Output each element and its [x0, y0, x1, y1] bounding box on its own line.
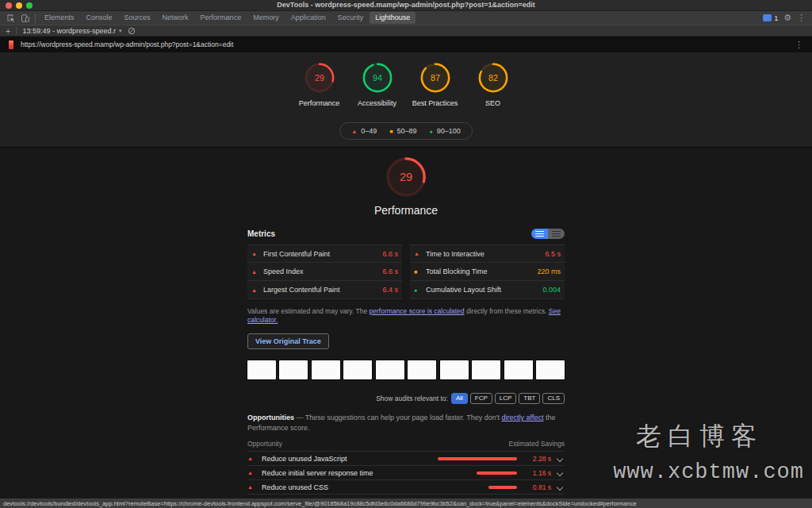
svg-text:94: 94 — [373, 73, 382, 83]
fail-marker-icon: ▲ — [247, 456, 258, 461]
category-gauge-seo[interactable]: 82SEO — [470, 62, 516, 109]
tab-elements[interactable]: Elements — [39, 12, 80, 24]
metric-value: 6.6 s — [382, 250, 398, 258]
fail-marker-icon: ▲ — [251, 287, 263, 293]
opportunity-name: Reduce initial server response time — [262, 469, 427, 477]
tab-application[interactable]: Application — [285, 12, 331, 24]
audit-filter-pill-cls[interactable]: CLS — [542, 393, 565, 404]
settings-gear-icon[interactable]: ⚙ — [783, 13, 791, 22]
savings-bar-track — [431, 486, 517, 489]
tab-lighthouse[interactable]: Lighthouse — [370, 12, 416, 24]
tab-console[interactable]: Console — [81, 12, 118, 24]
fail-marker-icon: ▲ — [351, 129, 357, 134]
metrics-grid: ▲First Contentful Paint6.6 s▲Speed Index… — [247, 244, 565, 299]
metrics-label: Metrics — [247, 229, 275, 238]
toolbar-divider — [35, 13, 36, 23]
fail-marker-icon: ▲ — [414, 251, 426, 256]
audited-page-url: https://wordpress-speed.mamp/wp-admin/po… — [21, 40, 233, 48]
tab-list: ElementsConsoleSourcesNetworkPerformance… — [39, 12, 416, 24]
opportunities-title: Opportunities — [247, 414, 294, 421]
estimated-savings-value: 2.28 s — [521, 455, 551, 463]
score-calc-link[interactable]: performance score is calculated — [370, 307, 465, 315]
category-gauge-accessibility[interactable]: 94Accessibility — [354, 62, 400, 109]
audit-filter-pill-all[interactable]: All — [451, 393, 468, 404]
device-toolbar-icon[interactable] — [18, 12, 32, 24]
inspect-element-icon[interactable] — [4, 12, 17, 24]
console-message-icon — [763, 14, 772, 21]
audit-filter-pill-tbt[interactable]: TBT — [519, 393, 540, 404]
filmstrip-thumb — [279, 360, 308, 379]
metric-name: Total Blocking Time — [426, 267, 537, 275]
disclaimer-text: Values are estimated and may vary. The — [247, 307, 370, 315]
performance-report-section: 29 Performance Metrics ▲First Contentful… — [0, 149, 812, 498]
category-label: Performance — [297, 99, 343, 109]
messages-badge[interactable]: 1 — [763, 14, 778, 22]
metric-row: ▲First Contentful Paint6.6 s — [247, 244, 402, 263]
chevron-down-icon: ▾ — [119, 28, 122, 34]
legend-range: 90–100 — [437, 127, 461, 135]
opportunity-row[interactable]: ▲Reduce unused JavaScript2.28 s — [247, 452, 565, 466]
more-options-icon[interactable]: ⋮ — [797, 13, 806, 22]
expand-chevron-icon[interactable] — [555, 470, 565, 476]
lighthouse-favicon-icon — [9, 40, 13, 49]
opportunity-name: Reduce unused JavaScript — [262, 455, 427, 463]
filmstrip-thumb — [312, 360, 340, 379]
opportunity-row[interactable]: ▲Reduce initial server response time1.16… — [247, 466, 565, 480]
category-gauge-performance[interactable]: 29Performance — [297, 62, 343, 109]
audit-filter-pill-fcp[interactable]: FCP — [470, 393, 492, 404]
filmstrip-thumb — [536, 360, 565, 379]
filmstrip-thumb — [440, 360, 469, 379]
tab-sources[interactable]: Sources — [119, 12, 156, 24]
expand-chevron-icon[interactable] — [555, 456, 565, 462]
svg-text:29: 29 — [315, 73, 324, 83]
audit-filter-pill-lcp[interactable]: LCP — [495, 393, 517, 404]
estimated-savings-column-header: Estimated Savings — [509, 440, 565, 448]
metric-name: Time to Interactive — [426, 250, 545, 258]
performance-gauge[interactable]: 29 — [247, 149, 565, 202]
metric-row: ■Total Blocking Time220 ms — [410, 263, 565, 281]
close-window-button[interactable] — [6, 2, 12, 9]
tab-security[interactable]: Security — [332, 12, 370, 24]
savings-bar-track — [431, 471, 517, 475]
tab-performance[interactable]: Performance — [195, 12, 247, 24]
window-title: DevTools - wordpress-speed.mamp/wp-admin… — [0, 0, 812, 10]
legend-item: ●90–100 — [429, 127, 460, 135]
minimize-window-button[interactable] — [16, 2, 22, 9]
metrics-grid-view-icon[interactable] — [548, 229, 565, 239]
savings-bar — [438, 457, 517, 460]
filmstrip-thumb — [408, 360, 436, 379]
new-report-button[interactable]: + — [6, 27, 10, 35]
window-titlebar: DevTools - wordpress-speed.mamp/wp-admin… — [0, 0, 812, 11]
fail-marker-icon: ▲ — [247, 470, 258, 475]
expand-chevron-icon[interactable] — [555, 484, 565, 491]
fail-marker-icon: ▲ — [251, 251, 263, 256]
tab-network[interactable]: Network — [157, 12, 194, 24]
category-gauges: 29Performance94Accessibility87Best Pract… — [0, 52, 812, 109]
tabstrip-right-controls: 1 ⚙ ⋮ — [763, 13, 808, 22]
view-original-trace-button[interactable]: View Original Trace — [247, 333, 329, 349]
opportunity-row[interactable]: ▲Reduce unused CSS0.81 s — [247, 480, 565, 495]
directly-affect-link[interactable]: directly affect — [502, 414, 544, 421]
clear-reports-icon[interactable] — [128, 27, 136, 35]
metric-value: 0.004 — [542, 286, 561, 294]
report-tools-icon[interactable]: ⋮ — [795, 40, 803, 49]
estimated-savings-value: 0.81 s — [521, 483, 551, 491]
estimated-savings-value: 1.16 s — [521, 469, 551, 477]
category-label: Best Practices — [412, 99, 458, 109]
traffic-lights — [6, 2, 33, 9]
badge-count: 1 — [774, 14, 778, 22]
average-marker-icon: ■ — [389, 129, 393, 134]
opportunities-header: Opportunities — These suggestions can he… — [247, 413, 565, 433]
report-selector-dropdown[interactable]: 13:59:49 - wordpress-speed.r ▾ — [22, 27, 121, 35]
category-gauge-best-practices[interactable]: 87Best Practices — [412, 62, 458, 109]
metrics-list-view-icon[interactable] — [531, 229, 548, 239]
opportunity-name: Reduce unused CSS — [262, 483, 427, 491]
metrics-view-toggle[interactable] — [531, 229, 565, 239]
pass-marker-icon: ● — [429, 129, 432, 134]
maximize-window-button[interactable] — [26, 2, 33, 9]
svg-text:29: 29 — [400, 171, 412, 183]
audit-filter-label: Show audits relevant to: — [376, 394, 448, 402]
filmstrip — [247, 360, 565, 379]
tab-memory[interactable]: Memory — [247, 12, 285, 24]
metric-row: ▲Speed Index6.6 s — [247, 263, 402, 281]
